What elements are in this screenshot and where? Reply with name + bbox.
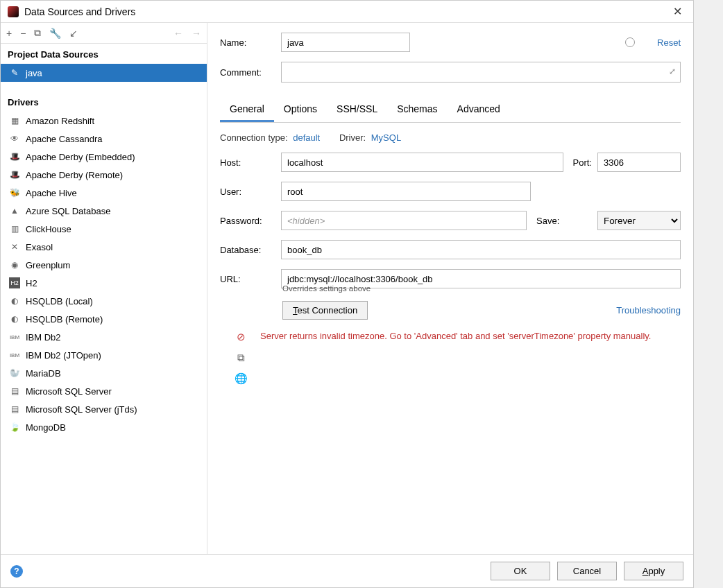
driver-icon: 👁: [9, 133, 20, 144]
sidebar: + − ⧉ 🔧 ↙ ← → Project Data Sources ✎ jav…: [1, 23, 207, 554]
driver-item[interactable]: 🐝Apache Hive: [1, 184, 207, 202]
name-input[interactable]: [281, 33, 410, 52]
copy-icon[interactable]: ⧉: [34, 27, 41, 39]
driver-item[interactable]: 🎩Apache Derby (Remote): [1, 166, 207, 184]
port-input[interactable]: [597, 153, 681, 172]
tab-advanced[interactable]: Advanced: [448, 98, 510, 122]
url-hint: Overrides settings above: [282, 284, 681, 293]
driver-value[interactable]: MySQL: [371, 132, 401, 143]
port-label: Port:: [573, 157, 592, 168]
driver-item[interactable]: ▲Azure SQL Database: [1, 202, 207, 220]
dialog-window: Data Sources and Drivers ✕ + − ⧉ 🔧 ↙ ← →…: [0, 0, 694, 588]
user-input[interactable]: [281, 182, 531, 201]
name-label: Name:: [220, 37, 275, 48]
tab-general[interactable]: General: [220, 98, 274, 122]
driver-item[interactable]: ✕Exasol: [1, 238, 207, 256]
app-logo-icon: [8, 6, 19, 17]
driver-item[interactable]: H2H2: [1, 274, 207, 292]
forward-icon[interactable]: →: [192, 28, 201, 39]
connection-type-row: Connection type: default Driver: MySQL: [220, 132, 681, 143]
troubleshooting-link[interactable]: Troubleshooting: [616, 305, 681, 315]
password-input[interactable]: [281, 211, 527, 230]
wrench-icon[interactable]: 🔧: [49, 28, 61, 39]
window-title: Data Sources and Drivers: [24, 6, 669, 17]
driver-icon: H2: [9, 277, 20, 288]
driver-icon: 🍃: [9, 422, 20, 433]
driver-icon: 🐝: [9, 187, 20, 198]
database-label: Database:: [220, 245, 275, 255]
import-icon[interactable]: ↙: [69, 28, 78, 39]
section-drivers: Drivers: [1, 92, 207, 112]
driver-icon: 🎩: [9, 151, 20, 162]
password-label: Password:: [220, 216, 275, 226]
driver-icon: 🎩: [9, 169, 20, 180]
driver-label: Driver:: [339, 132, 366, 143]
titlebar: Data Sources and Drivers ✕: [1, 1, 693, 23]
driver-icon: ▤: [9, 404, 20, 415]
driver-icon: ▲: [9, 205, 20, 216]
driver-item[interactable]: 🦭MariaDB: [1, 364, 207, 382]
driver-item[interactable]: ◐HSQLDB (Remote): [1, 310, 207, 328]
driver-item[interactable]: IBMIBM Db2: [1, 328, 207, 346]
tab-schemas[interactable]: Schemas: [387, 98, 447, 122]
apply-button[interactable]: Apply: [624, 562, 683, 580]
add-icon[interactable]: +: [6, 28, 12, 39]
error-row: ⊘ ⧉ 🌐 Server returns invalid timezone. G…: [220, 331, 681, 385]
driver-icon: ◐: [9, 295, 20, 306]
tab-options[interactable]: Options: [274, 98, 327, 122]
driver-icon: ▦: [9, 115, 20, 126]
conn-type-label: Connection type:: [220, 132, 288, 143]
remove-icon[interactable]: −: [20, 28, 26, 39]
dialog-footer: ? OK Cancel Apply: [1, 554, 693, 587]
driver-item[interactable]: ◐HSQLDB (Local): [1, 292, 207, 310]
conn-type-value[interactable]: default: [293, 132, 320, 143]
tab-ssh-ssl[interactable]: SSH/SSL: [327, 98, 387, 122]
url-label: URL:: [220, 274, 275, 284]
cancel-button[interactable]: Cancel: [557, 562, 617, 580]
datasource-item-java[interactable]: ✎ java: [1, 64, 207, 82]
close-button[interactable]: ✕: [669, 5, 686, 18]
database-input[interactable]: [281, 240, 681, 259]
driver-item[interactable]: 🎩Apache Derby (Embedded): [1, 148, 207, 166]
reset-link[interactable]: Reset: [657, 37, 681, 48]
driver-item[interactable]: ▥ClickHouse: [1, 220, 207, 238]
host-input[interactable]: [281, 153, 563, 172]
dialog-body: + − ⧉ 🔧 ↙ ← → Project Data Sources ✎ jav…: [1, 23, 693, 554]
driver-item[interactable]: ◉Greenplum: [1, 256, 207, 274]
save-label: Save:: [536, 216, 592, 226]
driver-icon: IBM: [9, 331, 20, 343]
driver-item[interactable]: IBMIBM Db2 (JTOpen): [1, 346, 207, 364]
comment-label: Comment:: [220, 67, 275, 78]
driver-item[interactable]: 👁Apache Cassandra: [1, 130, 207, 148]
color-circle-icon[interactable]: [625, 37, 635, 47]
back-icon[interactable]: ←: [173, 28, 183, 39]
driver-icon: IBM: [9, 349, 20, 361]
save-select[interactable]: Forever: [597, 211, 681, 230]
tab-bar: General Options SSH/SSL Schemas Advanced: [220, 98, 681, 123]
driver-icon: ▤: [9, 386, 20, 397]
feather-icon: ✎: [9, 67, 20, 78]
datasource-label: java: [26, 68, 42, 78]
ok-button[interactable]: OK: [491, 562, 550, 580]
driver-item[interactable]: 🍃MongoDB: [1, 418, 207, 436]
driver-icon: ◉: [9, 259, 20, 270]
driver-icon: 🦭: [9, 368, 20, 379]
globe-icon[interactable]: 🌐: [235, 372, 248, 385]
driver-icon: ▥: [9, 223, 20, 234]
user-label: User:: [220, 187, 275, 197]
test-connection-button[interactable]: TTest Connectionest Connection: [282, 301, 368, 320]
driver-item[interactable]: ▤Microsoft SQL Server: [1, 382, 207, 400]
error-message: Server returns invalid timezone. Go to '…: [260, 331, 681, 385]
help-icon[interactable]: ?: [10, 565, 23, 578]
main-panel: Name: Reset Comment: ⤢ General Options S…: [207, 23, 693, 554]
driver-icon: ✕: [9, 241, 20, 252]
expand-icon[interactable]: ⤢: [669, 67, 676, 76]
driver-item[interactable]: ▤Microsoft SQL Server (jTds): [1, 400, 207, 418]
comment-input[interactable]: ⤢: [281, 62, 681, 83]
host-label: Host:: [220, 157, 275, 168]
sidebar-toolbar: + − ⧉ 🔧 ↙ ← →: [1, 23, 207, 44]
drivers-section: Drivers ▦Amazon Redshift 👁Apache Cassand…: [1, 92, 207, 436]
warning-icon: ⊘: [237, 331, 246, 343]
driver-item[interactable]: ▦Amazon Redshift: [1, 112, 207, 130]
copy-error-icon[interactable]: ⧉: [237, 352, 245, 364]
